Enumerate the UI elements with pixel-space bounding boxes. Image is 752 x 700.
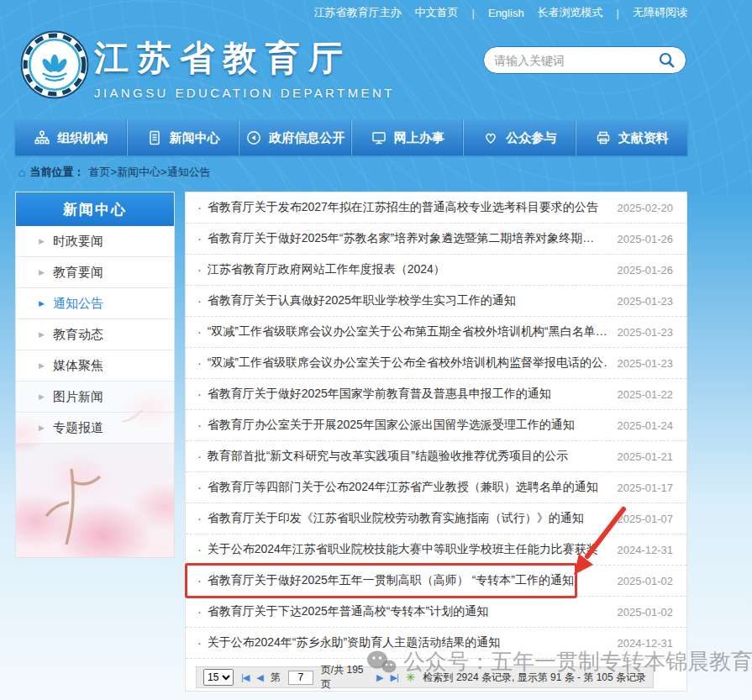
sidebar-item-label: 图片新闻: [53, 389, 103, 405]
sidebar-item-label: 教育要闻: [53, 265, 103, 281]
notice-link[interactable]: 省教育厅等四部门关于公布2024年江苏省产业教授（兼职）选聘名单的通知: [208, 480, 607, 495]
next-page-button[interactable]: ▶: [376, 672, 382, 683]
notice-date: 2025-01-23: [618, 326, 674, 339]
divider: |: [617, 7, 619, 19]
first-page-button[interactable]: |◀: [241, 672, 249, 683]
notice-date: 2025-01-17: [618, 482, 674, 494]
notice-date: 2025-01-21: [618, 450, 674, 463]
chinese-home-link[interactable]: 中文首页: [415, 5, 459, 20]
sidebar-news-center: 新闻中心 ▶ 时政要闻 ▶ 教育要闻 ▶ 通知公告 ▶ 教育动态 ▶ 媒体聚焦 …: [15, 192, 175, 558]
records-info: 检索到 2924 条记录, 显示第 91 条 - 第 105 条记录: [423, 671, 646, 685]
sidebar-item-special-reports[interactable]: ▶ 专题报道: [16, 413, 174, 444]
nav-item-documents[interactable]: 文献资料: [576, 120, 688, 155]
notice-link[interactable]: 教育部首批“新文科研究与改革实践项目”结题验收推荐优秀项目的公示: [208, 449, 607, 464]
sidebar-item-education-dynamics[interactable]: ▶ 教育动态: [16, 319, 174, 350]
sidebar-item-education-news[interactable]: ▶ 教育要闻: [16, 257, 174, 288]
sidebar-item-media-focus[interactable]: ▶ 媒体聚焦: [16, 350, 174, 382]
breadcrumb-label: 当前位置：: [29, 165, 84, 180]
page-number-input[interactable]: [288, 671, 313, 685]
sidebar-item-notices[interactable]: ▶ 通知公告: [16, 288, 174, 319]
lotus-logo-icon: [20, 30, 89, 99]
page-label-prefix: 第: [271, 671, 281, 685]
list-item: ·“双减”工作省级联席会议办公室关于公布全省校外培训机构监督举报电话的公…202…: [186, 348, 686, 379]
search-icon: [658, 51, 676, 69]
bullet-icon: ·: [197, 450, 202, 463]
last-page-button[interactable]: ▶|: [391, 672, 398, 683]
notice-link[interactable]: 省教育厅关于发布2027年拟在江苏招生的普通高校专业选考科目要求的公告: [208, 200, 607, 215]
bullet-icon: ·: [197, 543, 202, 556]
notice-link[interactable]: 省教育厅办公室关于开展2025年国家公派出国留学选派受理工作的通知: [208, 418, 607, 433]
notice-link[interactable]: 省教育厅关于做好2025年“苏教名家”培养对象遴选暨第二期培养对象终期…: [208, 231, 607, 246]
notice-list-panel: ·省教育厅关于发布2027年拟在江苏招生的普通高校专业选考科目要求的公告2025…: [185, 192, 687, 692]
nav-item-online-service[interactable]: 网上办事: [352, 120, 465, 155]
nav-item-label: 政府信息公开: [269, 130, 344, 146]
triangle-right-icon: ▶: [39, 237, 45, 245]
nav-item-label: 新闻中心: [170, 130, 220, 146]
bullet-icon: ·: [197, 201, 202, 214]
sidebar-item-label: 专题报道: [53, 420, 103, 436]
nav-item-info-disclosure[interactable]: 政府信息公开: [239, 120, 352, 155]
notice-date: 2025-01-26: [618, 264, 674, 276]
list-item: ·教育部首批“新文科研究与改革实践项目”结题验收推荐优秀项目的公示2025-01…: [186, 441, 686, 472]
sidebar-item-label: 时政要闻: [53, 234, 103, 250]
notice-link[interactable]: 省教育厅关于做好2025年五年一贯制高职（高师） “专转本”工作的通知: [208, 573, 607, 588]
bullet-icon: ·: [197, 232, 202, 245]
search-button[interactable]: [658, 51, 676, 69]
notice-list: ·省教育厅关于发布2027年拟在江苏招生的普通高校专业选考科目要求的公告2025…: [186, 192, 686, 659]
notice-date: 2025-01-02: [618, 575, 674, 587]
notice-link[interactable]: 省教育厅关于印发《江苏省职业院校劳动教育实施指南（试行）》的通知: [208, 511, 607, 526]
list-item: ·省教育厅关于发布2027年拟在江苏招生的普通高校专业选考科目要求的公告2025…: [186, 192, 686, 224]
org-chart-icon: [34, 129, 50, 146]
top-links-bar: 江苏省教育厅主办 中文首页 | English 长者浏览模式 | 无障碍阅读: [314, 0, 687, 25]
search-input[interactable]: [494, 54, 658, 67]
notice-link[interactable]: 关于公布2024年江苏省职业院校技能大赛中等职业学校班主任能力比赛获奖: [208, 542, 607, 557]
triangle-right-icon: ▶: [39, 424, 45, 432]
list-item: ·关于公布2024年江苏省职业院校技能大赛中等职业学校班主任能力比赛获奖2024…: [186, 534, 686, 566]
notice-link[interactable]: 江苏省教育厅政府网站工作年度报表（2024）: [208, 262, 607, 277]
notice-date: 2025-01-23: [618, 357, 674, 370]
bullet-icon: ·: [197, 636, 202, 650]
notice-link[interactable]: 关于公布2024年“苏乡永助”资助育人主题活动结果的通知: [208, 635, 607, 650]
breadcrumb-path[interactable]: 首页>新闻中心>通知公告: [88, 165, 210, 180]
page-size-select[interactable]: 15: [203, 669, 234, 686]
sidebar-item-current-politics[interactable]: ▶ 时政要闻: [16, 226, 174, 257]
sidebar-item-photo-news[interactable]: ▶ 图片新闻: [16, 382, 174, 413]
triangle-right-icon: ▶: [39, 361, 45, 370]
notice-link[interactable]: 省教育厅关于下达2025年普通高校“专转本”计划的通知: [208, 604, 607, 619]
nav-item-label: 组织机构: [57, 130, 108, 146]
bullet-icon: ·: [197, 294, 202, 308]
page-label-total: 页/共 195 页: [321, 663, 369, 692]
host-link[interactable]: 江苏省教育厅主办: [314, 5, 402, 20]
notice-link[interactable]: 省教育厅关于认真做好2025年职业学校学生实习工作的通知: [208, 293, 607, 308]
elder-mode-link[interactable]: 长者浏览模式: [538, 5, 603, 20]
accessibility-link[interactable]: 无障碍阅读: [633, 5, 687, 20]
info-disclosure-icon: [245, 129, 262, 146]
nav-item-news-center[interactable]: 新闻中心: [128, 120, 240, 155]
online-service-icon: [371, 129, 387, 146]
notice-link[interactable]: “双减”工作省级联席会议办公室关于公布第五期全省校外培训机构“黑白名单…: [208, 324, 607, 339]
notice-date: 2025-01-02: [618, 606, 674, 618]
site-title: 江苏省教育厅: [94, 35, 395, 82]
divider: |: [472, 7, 475, 19]
search-box: [483, 46, 686, 74]
nav-item-organization[interactable]: 组织机构: [15, 120, 128, 155]
notice-date: 2025-01-24: [618, 419, 674, 432]
english-link[interactable]: English: [488, 7, 524, 19]
notice-link[interactable]: 省教育厅关于做好2025年国家学前教育普及普惠县申报工作的通知: [208, 387, 607, 402]
notice-date: 2025-01-23: [618, 295, 674, 308]
list-item: ·省教育厅关于认真做好2025年职业学校学生实习工作的通知2025-01-23: [186, 286, 686, 317]
heart-icon: [482, 129, 499, 146]
refresh-icon[interactable]: ✳: [406, 671, 416, 684]
notice-date: 2025-01-26: [618, 233, 674, 245]
printer-icon: [595, 129, 612, 146]
nav-item-label: 文献资料: [618, 130, 669, 146]
prev-page-button[interactable]: ◀: [256, 672, 262, 683]
breadcrumb: ⌂ 当前位置： 首页>新闻中心>通知公告: [18, 165, 211, 180]
nav-item-public-participation[interactable]: 公众参与: [464, 120, 576, 155]
brand-block: 江苏省教育厅 JIANGSU EDUCATION DEPARTMENT: [94, 35, 395, 100]
notice-link[interactable]: “双减”工作省级联席会议办公室关于公布全省校外培训机构监督举报电话的公…: [208, 355, 607, 371]
news-doc-icon: [146, 129, 163, 146]
bullet-icon: ·: [197, 418, 202, 432]
list-item: ·关于公布2024年“苏乡永助”资助育人主题活动结果的通知2024-12-31: [186, 628, 686, 659]
pagination-bar: 15 |◀ ◀ 第 页/共 195 页 ▶ ▶| ✳ 检索到 2924 条记录,…: [196, 666, 654, 688]
